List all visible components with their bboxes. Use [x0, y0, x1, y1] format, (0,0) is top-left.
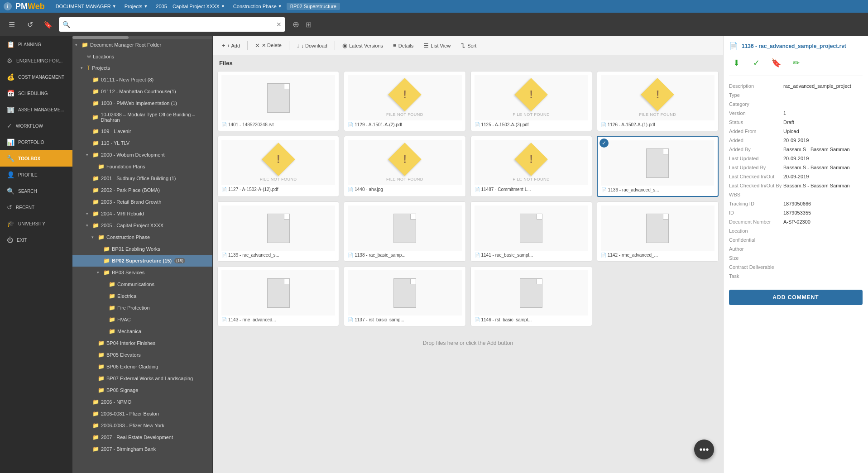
tree-node-p1000[interactable]: 📁1000 - PMWeb Implementation (1)	[72, 97, 212, 109]
tree-node-p109[interactable]: 📁109 - L'avenir	[72, 125, 212, 137]
file-card-f1138[interactable]: 📄 1138 - rac_basic_samp...	[344, 201, 465, 262]
undo-icon[interactable]: ↺	[23, 17, 37, 32]
sidebar-item-workflow[interactable]: ✓WORKFLOW	[0, 118, 72, 134]
tree-node-p110[interactable]: 📁110 - YL TLV	[72, 137, 212, 149]
file-card-f1401[interactable]: 📄 1401 - 1485220348.rvt	[217, 71, 339, 131]
file-card-f1141[interactable]: 📄 1141 - rac_basic_sampl...	[470, 201, 592, 262]
tree-node-bp02[interactable]: 📁BP02 Superstructure (15)(15)	[72, 255, 212, 267]
tree-node-p0112[interactable]: 📁01112 - Manhattan Courthouse(1)	[72, 86, 212, 97]
tree-node-fire[interactable]: 📁Fire Protection	[72, 302, 212, 314]
tree-node-projects[interactable]: ▾TProjects	[72, 62, 212, 74]
details-filename[interactable]: 1136 - rac_advanced_sample_project.rvt	[742, 43, 846, 49]
toolbar-btn-sort[interactable]: ⇅Sort	[456, 40, 481, 51]
file-card-f1126[interactable]: ! FILE NOT FOUND 📄 1126 - A-1502-A-(1).p…	[597, 71, 719, 131]
tree-node-communications[interactable]: 📁Communications	[72, 278, 212, 290]
tree-node-p2000[interactable]: ▾📁2000 - Woburn Development	[72, 149, 212, 161]
sidebar-item-asset[interactable]: 🏢ASSET MANAGEME...	[0, 101, 72, 118]
sidebar-item-exit[interactable]: ⏻EXIT	[0, 232, 72, 248]
filter-icon[interactable]: ⊞	[306, 20, 312, 29]
tree-node-foundation[interactable]: 📁Foundation Plans	[72, 161, 212, 172]
file-card-f11487[interactable]: ! FILE NOT FOUND 📄 11487 - Commitment L.…	[470, 136, 592, 197]
zoom-icon[interactable]: ⊕	[293, 19, 299, 29]
tree-node-p2005[interactable]: ▾📁2005 - Capital Project XXXX	[72, 220, 212, 231]
tree-node-p0111[interactable]: 📁01111 - New Project (8)	[72, 74, 212, 86]
search-input[interactable]	[73, 21, 273, 28]
toolbar-btn-delete[interactable]: ✕✕ Delete	[250, 40, 286, 51]
toolbar-btn-add[interactable]: ++ Add	[217, 40, 245, 51]
tree-node-electrical[interactable]: 📁Electrical	[72, 290, 212, 302]
tree-node-p1002[interactable]: 📁10-02438 – Modular Type Office Building…	[72, 109, 212, 125]
tree-node-locations[interactable]: ⊕Locations	[72, 51, 212, 62]
tree-expand-icon[interactable]: ▾	[97, 270, 101, 275]
toolbar-btn-download[interactable]: ↓↓ Download	[292, 40, 332, 51]
tree-expand-icon[interactable]: ▾	[86, 211, 91, 216]
tree-node-p2001[interactable]: 📁2001 - Sudbury Office Building (1)	[72, 172, 212, 184]
search-clear-icon[interactable]: ✕	[276, 21, 282, 28]
toolbar-btn-latest[interactable]: ◉Latest Versions	[338, 40, 388, 51]
toolbar-btn-listview[interactable]: ☰List View	[419, 40, 455, 51]
tree-node-bp06[interactable]: 📁BP06 Exterior Cladding	[72, 361, 212, 373]
bookmark-icon[interactable]: 🔖	[41, 17, 55, 32]
bookmark-action-btn[interactable]: 🔖	[769, 56, 783, 70]
download-action-btn[interactable]: ⬇	[729, 56, 743, 70]
sidebar-item-engineering[interactable]: ⚙ENGINEERING FOR...	[0, 53, 72, 69]
tree-node-bp07[interactable]: 📁BP07 External Works and Landscaping	[72, 373, 212, 384]
tree-expand-icon[interactable]: ▾	[91, 235, 96, 239]
edit-action-btn[interactable]: ✏	[789, 56, 803, 70]
topbar-nav-bp02-superstructure[interactable]: BP02 Superstructure	[287, 3, 340, 10]
sidebar-item-search[interactable]: 🔍SEARCH	[0, 183, 72, 199]
add-comment-button[interactable]: ADD COMMENT	[729, 290, 863, 305]
topbar-nav-construction-phase[interactable]: Construction Phase ▼	[230, 3, 286, 10]
file-card-f1137[interactable]: 📄 1137 - rst_basic_samp...	[344, 266, 465, 326]
file-card-f1139[interactable]: 📄 1139 - rac_advanced_s...	[217, 201, 339, 262]
tree-expand-icon[interactable]: ▾	[86, 223, 91, 228]
tree-node-bp04[interactable]: 📁BP04 Interior Finishes	[72, 337, 212, 349]
file-card-f1127[interactable]: ! FILE NOT FOUND 📄 1127 - A-1502-A-(12).…	[217, 136, 339, 197]
topbar-nav-2005-–-capital-project-xxxx[interactable]: 2005 – Capital Project XXXX ▼	[152, 3, 229, 10]
sidebar-item-profile[interactable]: 👤PROFILE	[0, 167, 72, 183]
tree-expand-icon[interactable]: ▾	[86, 153, 91, 157]
tree-node-hvac[interactable]: 📁HVAC	[72, 314, 212, 325]
tree-node-p2007[interactable]: 📁2007 - Real Estate Development	[72, 431, 212, 443]
menu-icon[interactable]: ☰	[5, 17, 19, 32]
warning-icon: !	[277, 153, 280, 166]
sidebar-item-toolbox[interactable]: 🔧TOOLBOX	[0, 150, 72, 167]
sidebar-item-scheduling[interactable]: 📅SCHEDULING	[0, 85, 72, 101]
file-card-f1143[interactable]: 📄 1143 - rme_advanced...	[217, 266, 339, 326]
tree-node-mechanical[interactable]: 📁Mechanical	[72, 325, 212, 337]
tree-node-bp01[interactable]: 📁BP01 Enabling Works	[72, 243, 212, 255]
tree-node-p2003[interactable]: 📁2003 - Retail Brand Growth	[72, 196, 212, 208]
file-card-f1142[interactable]: 📄 1142 - rme_advanced_...	[597, 201, 719, 262]
topbar-nav-projects[interactable]: Projects ▼	[121, 3, 152, 10]
toolbar-btn-details[interactable]: ≡Details	[388, 40, 418, 51]
file-card-f1146[interactable]: 📄 1146 - rst_basic_sampl...	[470, 266, 592, 326]
tree-expand-icon[interactable]: ▾	[75, 43, 80, 47]
info-icon[interactable]: i	[4, 2, 12, 10]
tree-node-p2006[interactable]: 📁2006 - NPMO	[72, 396, 212, 408]
topbar-nav-document-manager[interactable]: DOCUMENT MANAGER ▼	[52, 3, 120, 10]
sidebar-item-cost[interactable]: 💰COST MANAGEMENT	[0, 69, 72, 85]
tree-node-bp05[interactable]: 📁BP05 Elevators	[72, 349, 212, 361]
sidebar-item-portfolio[interactable]: 📊PORTFOLIO	[0, 134, 72, 150]
tree-node-p2007b[interactable]: 📁2007 - Birmingham Bank	[72, 443, 212, 455]
tree-node-root[interactable]: ▾📁Document Manager Root Folder	[72, 39, 212, 51]
file-card-f1129[interactable]: ! FILE NOT FOUND 📄 1129 - A-1501-A-(2).p…	[344, 71, 465, 131]
tree-node-p2002[interactable]: 📁2002 - Park Place (BOMA)	[72, 184, 212, 196]
tree-node-p2006083[interactable]: 📁2006-0083 - Pfizer New York	[72, 420, 212, 431]
tree-badge: (15)	[174, 258, 185, 263]
sidebar-item-university[interactable]: 🎓UNIVERSITY	[0, 215, 72, 232]
file-card-f1440[interactable]: ! FILE NOT FOUND 📄 1440 - ahv.jpg	[344, 136, 465, 197]
sidebar-item-planning[interactable]: 📋PLANNING	[0, 36, 72, 53]
tree-node-p2004[interactable]: ▾📁2004 - MRI Rebuild	[72, 208, 212, 220]
file-card-f1136[interactable]: ✓ 📄 1136 - rac_advanced_s...	[597, 136, 719, 197]
check-action-btn[interactable]: ✓	[749, 56, 763, 70]
detail-label: ID	[729, 210, 783, 215]
tree-expand-icon[interactable]: ▾	[81, 66, 85, 70]
tree-node-p2006081[interactable]: 📁2006-0081 - Pfizer Boston	[72, 408, 212, 420]
sidebar-item-recent[interactable]: ↺RECENT	[0, 199, 72, 215]
fab-button[interactable]: •••	[694, 440, 714, 459]
tree-node-bp03[interactable]: ▾📁BP03 Services	[72, 267, 212, 278]
tree-node-bp08[interactable]: 📁BP08 Signage	[72, 384, 212, 396]
file-card-f1125[interactable]: ! FILE NOT FOUND 📄 1125 - A-1502-A-(3).p…	[470, 71, 592, 131]
tree-node-construction[interactable]: ▾📁Construction Phase	[72, 231, 212, 243]
